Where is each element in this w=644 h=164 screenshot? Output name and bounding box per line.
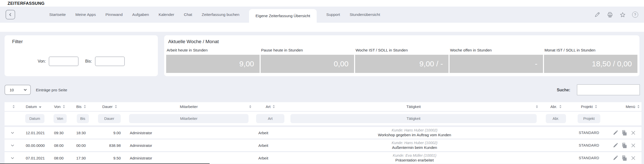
cell-menu: [607, 155, 641, 161]
tab-chat[interactable]: Chat: [184, 12, 192, 17]
filter-art-input[interactable]: [256, 114, 284, 123]
page-size-value: 10: [10, 88, 23, 92]
stat-label: Monat IST / SOLL in Stunden: [544, 48, 637, 52]
cell-art: Arbeit: [254, 143, 287, 148]
header-taetigkeit[interactable]: Tätigkeit: [287, 104, 540, 109]
time-entries-table: Datum Von Bis Dauer Mitarbeiter Art Täti…: [5, 102, 641, 164]
tab-support[interactable]: Support: [326, 12, 340, 17]
stat-label: Woche IST / SOLL in Stunden: [356, 48, 449, 52]
stat-value: 9,00: [166, 55, 260, 73]
delete-entry-icon[interactable]: [631, 130, 636, 135]
cell-art: Arbeit: [254, 156, 287, 160]
edit-entry-icon[interactable]: [613, 155, 618, 161]
header-expander-column[interactable]: [5, 105, 20, 108]
delete-entry-icon[interactable]: [631, 155, 636, 161]
cell-taetigkeit: Kunde: Hans Huber (10002) Workshop gegeb…: [287, 128, 540, 137]
cell-mitarbeiter: Administrator: [124, 131, 254, 135]
header-dauer[interactable]: Dauer: [95, 104, 124, 109]
tab-eigene-zeiterfassung-uebersicht[interactable]: Eigene Zeiterfassung Übersicht: [249, 9, 317, 23]
cell-von: 08:00: [49, 143, 71, 148]
taetigkeit-text: Präsentation erarbeitet: [395, 158, 434, 162]
header-projekt[interactable]: Projekt: [571, 104, 607, 109]
filter-bis-input[interactable]: [77, 114, 89, 123]
cell-dauer: 9.00: [95, 131, 124, 135]
help-icon[interactable]: ?: [632, 11, 638, 18]
tab-startseite[interactable]: Startseite: [49, 12, 66, 17]
search-input[interactable]: [577, 84, 640, 95]
header-datum[interactable]: Datum: [20, 104, 49, 109]
filter-taetigkeit-input[interactable]: [290, 114, 537, 123]
filter-mitarbeiter-input[interactable]: [129, 114, 249, 123]
chevron-left-icon: [8, 12, 13, 17]
sort-icon[interactable]: [84, 105, 86, 108]
tab-meine-apps[interactable]: Meine Apps: [75, 12, 96, 17]
page-size-select[interactable]: 10: [5, 85, 31, 95]
chevron-down-icon: [10, 143, 15, 148]
summary-panel: Aktuelle Woche / Monat Arbeit heute in S…: [164, 35, 639, 76]
row-expander[interactable]: [5, 143, 20, 148]
sort-icon[interactable]: [115, 105, 117, 108]
sort-icon[interactable]: [637, 105, 639, 108]
von-date-input[interactable]: [49, 57, 79, 66]
table-filter-row: [5, 112, 641, 125]
header-von[interactable]: Von: [49, 104, 71, 109]
stat-woche-ist-soll: Woche IST / SOLL in Stunden 9,00 / -: [355, 48, 449, 73]
sort-icon[interactable]: [595, 105, 597, 108]
cell-dauer: 9.50: [95, 156, 124, 160]
delete-entry-icon[interactable]: [631, 143, 636, 148]
search-label: Suche:: [557, 88, 570, 92]
cell-projekt: STANDARD: [571, 131, 607, 135]
sort-icon[interactable]: [536, 105, 538, 108]
copy-entry-icon[interactable]: [622, 155, 627, 161]
tab-pinnwand[interactable]: Pinnwand: [105, 12, 122, 17]
stat-monat-ist-soll: Monat IST / SOLL in Stunden 18,50 / 0,00: [544, 48, 637, 73]
cell-projekt: STANDARD: [571, 156, 607, 160]
edit-icon[interactable]: [594, 11, 601, 18]
cell-mitarbeiter: Administrator: [124, 143, 254, 148]
sort-icon[interactable]: [13, 105, 15, 108]
back-button[interactable]: [6, 10, 15, 19]
filter-dauer-input[interactable]: [98, 114, 121, 123]
header-bis[interactable]: Bis: [71, 104, 95, 109]
row-expander[interactable]: [5, 131, 20, 135]
filter-projekt-input[interactable]: [578, 114, 600, 123]
nav-tabs: Startseite Meine Apps Pinnwand Aufgaben …: [49, 7, 380, 23]
tab-kalender[interactable]: Kalender: [159, 12, 174, 17]
row-expander[interactable]: [5, 156, 20, 160]
stat-label: Arbeit heute in Stunden: [167, 48, 260, 52]
copy-entry-icon[interactable]: [622, 143, 627, 148]
cell-von: 09:30: [49, 131, 71, 135]
cell-menu: [607, 130, 641, 136]
tab-zeiterfassung-buchen[interactable]: Zeiterfassung buchen: [202, 12, 239, 17]
edit-entry-icon[interactable]: [613, 143, 618, 148]
filter-datum-input[interactable]: [25, 114, 44, 123]
tab-stundenuebersicht[interactable]: Stundenübersicht: [350, 12, 380, 17]
tab-aufgaben[interactable]: Aufgaben: [132, 12, 149, 17]
kunde-label: Kunde: Hans Huber (10002): [392, 128, 437, 132]
star-icon[interactable]: [619, 11, 626, 18]
sort-icon[interactable]: [63, 105, 65, 108]
header-abr[interactable]: Abr.: [540, 104, 571, 109]
nav-bar: Startseite Meine Apps Pinnwand Aufgaben …: [0, 7, 644, 23]
sort-icon[interactable]: [249, 105, 251, 108]
page-size-label: Einträge pro Seite: [36, 88, 67, 92]
page-title: ZEITERFASSUNG: [8, 1, 45, 6]
edit-entry-icon[interactable]: [613, 130, 618, 135]
header-mitarbeiter[interactable]: Mitarbeiter: [124, 104, 254, 109]
header-art[interactable]: Art: [254, 104, 287, 109]
print-icon[interactable]: [607, 11, 613, 18]
taetigkeit-text: Außentermin beim Kunden: [392, 145, 437, 150]
filter-abr-input[interactable]: [546, 114, 566, 123]
sort-icon[interactable]: [559, 105, 561, 108]
cell-bis: 17:30: [71, 156, 95, 160]
filter-von-input[interactable]: [54, 114, 67, 123]
header-menu[interactable]: Menü: [607, 104, 641, 109]
bis-label: Bis:: [85, 59, 92, 64]
cell-taetigkeit: Kunde: Hans Huber (10002) Außentermin be…: [287, 141, 540, 150]
filter-fields: Von: Bis:: [5, 57, 158, 66]
filter-panel: Filter Von: Bis:: [5, 35, 158, 76]
bis-date-input[interactable]: [95, 57, 125, 66]
sort-icon[interactable]: [273, 105, 275, 108]
copy-entry-icon[interactable]: [622, 130, 627, 136]
cell-projekt: STANDARD: [571, 143, 607, 147]
